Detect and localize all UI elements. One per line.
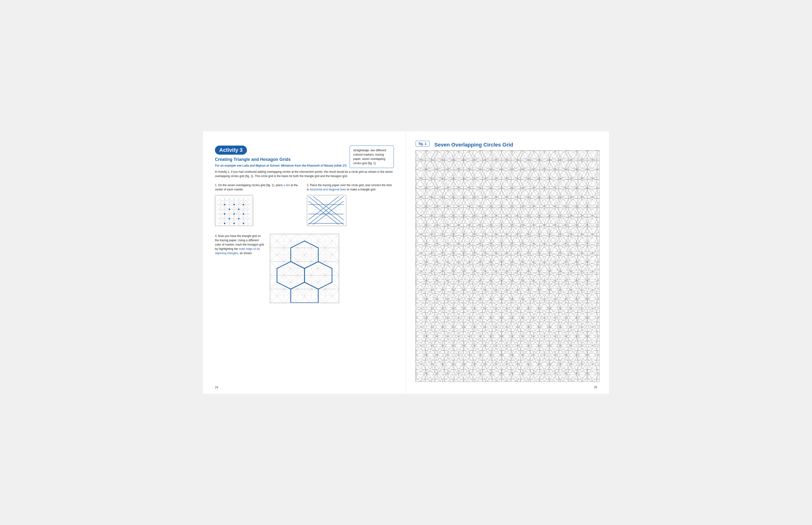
steps-container: 1. On the seven overlapping circles grid… <box>215 183 394 303</box>
body-text: In Activity 1, if you had continued addi… <box>215 170 394 178</box>
svg-point-50 <box>233 223 235 224</box>
steps-row-1-2: 1. On the seven overlapping circles grid… <box>215 183 394 227</box>
svg-point-54 <box>229 218 230 220</box>
diagram-3-wrapper <box>270 234 339 303</box>
diagram-3 <box>270 234 339 303</box>
reference-italic: Laila and Majnun at School: Miniature fr… <box>242 164 333 167</box>
step-1-blue: a dot <box>284 183 290 187</box>
reference-prefix: For an example see <box>215 164 242 167</box>
fig-label: fig. 1 <box>416 141 430 147</box>
svg-point-48 <box>243 213 244 215</box>
activity-badge: Activity 3 <box>215 146 247 155</box>
step-1-text: 1. On the seven overlapping circles grid… <box>215 183 302 192</box>
step-1-number: 1. <box>215 183 218 187</box>
circles-grid-svg <box>416 151 599 381</box>
fig-title: Seven Overlapping Circles Grid <box>434 142 513 148</box>
step-3-text: 3. Now you have the triangle grid on the… <box>215 234 265 255</box>
svg-point-49 <box>224 223 226 224</box>
step-3-blue: outer edge of six adjoining triangles <box>215 247 260 255</box>
svg-rect-226 <box>416 151 599 381</box>
svg-point-52 <box>229 209 230 210</box>
materials-box: straightedge, two different colored mark… <box>350 146 394 168</box>
circles-grid <box>416 150 599 382</box>
diagram-2-wrapper <box>307 195 346 226</box>
right-page: fig. 1 Seven Overlapping Circles Grid <box>406 131 609 394</box>
step-3-block: 3. Now you have the triangle grid on the… <box>215 234 394 303</box>
svg-point-44 <box>233 204 235 205</box>
svg-point-51 <box>243 223 244 224</box>
diagram-3-svg <box>270 234 339 303</box>
svg-point-45 <box>243 204 244 205</box>
left-page: Activity 3 Creating Triangle and Hexagon… <box>203 131 406 394</box>
svg-point-47 <box>233 213 235 215</box>
step-3-number: 3. <box>215 234 218 238</box>
step-2-blue: horizontal and diagonal lines <box>310 188 346 191</box>
step-2-block: 2. Place the tracing paper over the circ… <box>307 183 394 227</box>
step-3-text-block: 3. Now you have the triangle grid on the… <box>215 234 265 255</box>
diagram-1 <box>215 195 253 226</box>
fig-header: fig. 1 Seven Overlapping Circles Grid <box>416 141 599 149</box>
page-spread: Activity 3 Creating Triangle and Hexagon… <box>203 131 609 394</box>
left-page-number: 24 <box>215 386 218 389</box>
reference-suffix: (slide 17) <box>333 164 346 167</box>
step-2-number: 2. <box>307 183 310 187</box>
right-page-number: 25 <box>594 386 597 389</box>
svg-point-43 <box>224 204 226 205</box>
step-1-block: 1. On the seven overlapping circles grid… <box>215 183 302 226</box>
diagram-1-svg <box>215 195 253 226</box>
step-2-text: 2. Place the tracing paper over the circ… <box>307 183 394 192</box>
svg-point-46 <box>224 213 226 215</box>
diagram-2-svg <box>307 195 346 226</box>
svg-point-55 <box>238 218 240 220</box>
svg-point-53 <box>238 209 240 210</box>
diagram-2 <box>307 195 346 226</box>
